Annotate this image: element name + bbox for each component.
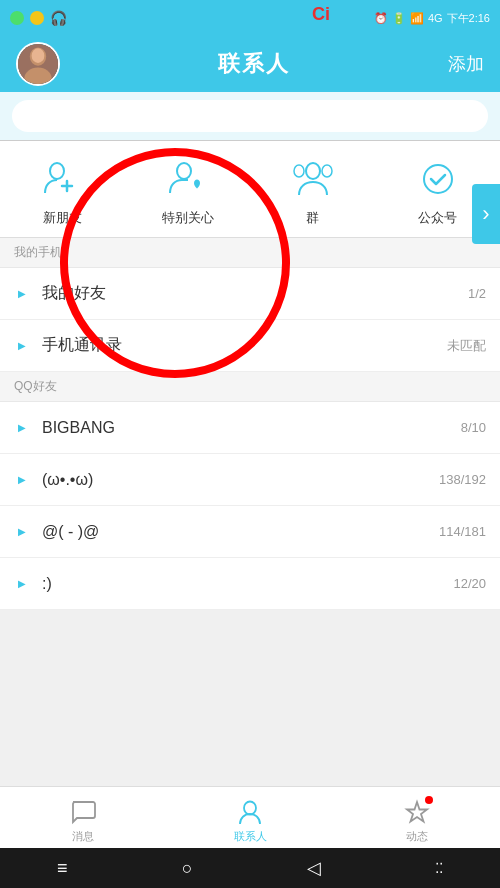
- nav-item-contacts[interactable]: 联系人: [167, 792, 334, 844]
- phonebook-section-label: 我的手机: [14, 245, 62, 259]
- moments-badge: [425, 796, 433, 804]
- alarm-icon: ⏰: [374, 12, 388, 25]
- status-bar-right: ⏰ 🔋 📶 4G 下午2:16: [374, 11, 490, 26]
- groups-icon: [289, 155, 337, 203]
- add-button[interactable]: 添加: [448, 52, 484, 76]
- quick-access-row: 新朋友 特别关心 群: [0, 141, 500, 238]
- contacts-label: 联系人: [234, 829, 267, 844]
- messages-label: 消息: [72, 829, 94, 844]
- svg-point-10: [244, 801, 256, 814]
- special-care-label: 特别关心: [162, 209, 214, 227]
- ci-text-overlay: Ci: [312, 4, 330, 25]
- moments-icon: [403, 798, 431, 826]
- emoji2-count: 114/181: [439, 524, 486, 539]
- groups-label: 群: [306, 209, 319, 227]
- nav-item-messages[interactable]: 消息: [0, 792, 167, 844]
- phonebook-section-header: 我的手机: [0, 238, 500, 268]
- svg-point-9: [424, 165, 452, 193]
- search-input[interactable]: [12, 100, 488, 132]
- arrow-icon-2: [14, 338, 30, 354]
- quick-item-groups[interactable]: 群: [250, 155, 375, 227]
- quick-item-new-friends[interactable]: 新朋友: [0, 155, 125, 227]
- header: 联系人 添加: [0, 36, 500, 92]
- new-friends-icon: [39, 155, 87, 203]
- phone-contacts-count: 未匹配: [447, 337, 486, 355]
- emoji2-name: @( - )@: [42, 523, 439, 541]
- arrow-icon: [14, 286, 30, 302]
- search-arrow-button[interactable]: [472, 184, 500, 244]
- android-dots-button[interactable]: ⁚⁚: [435, 860, 443, 876]
- my-friends-count: 1/2: [468, 286, 486, 301]
- list-item-my-friends[interactable]: 我的好友 1/2: [0, 268, 500, 320]
- avatar[interactable]: [16, 42, 60, 86]
- emoji1-name: (ω•.•ω): [42, 471, 439, 489]
- status-bar: 🎧 ⏰ 🔋 📶 4G 下午2:16: [0, 0, 500, 36]
- arrow-icon-emoji1: [14, 472, 30, 488]
- android-bar: ≡ ○ ◁ ⁚⁚: [0, 848, 500, 888]
- wifi-icon: 📶: [410, 12, 424, 25]
- special-care-icon: [164, 155, 212, 203]
- list-item-bigbang[interactable]: BIGBANG 8/10: [0, 402, 500, 454]
- qq-friends-label: QQ好友: [14, 379, 57, 393]
- list-item-phone-contacts[interactable]: 手机通讯录 未匹配: [0, 320, 500, 372]
- status-bar-left: 🎧: [10, 10, 67, 26]
- svg-point-4: [50, 163, 64, 179]
- signal-icon: 4G: [428, 12, 443, 24]
- bigbang-count: 8/10: [461, 420, 486, 435]
- new-friends-label: 新朋友: [43, 209, 82, 227]
- headphone-icon: 🎧: [50, 10, 67, 26]
- signal-dot-green: [10, 11, 24, 25]
- contacts-icon: [236, 798, 264, 826]
- arrow-icon-emoji2: [14, 524, 30, 540]
- messages-icon: [69, 798, 97, 826]
- search-bar: [0, 92, 500, 141]
- public-label: 公众号: [418, 209, 457, 227]
- list-item-emoji2[interactable]: @( - )@ 114/181: [0, 506, 500, 558]
- quick-item-special-care[interactable]: 特别关心: [125, 155, 250, 227]
- svg-point-8: [322, 165, 332, 177]
- my-friends-name: 我的好友: [42, 283, 468, 304]
- bigbang-name: BIGBANG: [42, 419, 461, 437]
- public-icon: [414, 155, 462, 203]
- signal-dot-yellow: [30, 11, 44, 25]
- bottom-nav: 消息 联系人 动态: [0, 786, 500, 848]
- battery-icon: 🔋: [392, 12, 406, 25]
- arrow-icon-smile: [14, 576, 30, 592]
- emoji1-count: 138/192: [439, 472, 486, 487]
- list-item-emoji1[interactable]: (ω•.•ω) 138/192: [0, 454, 500, 506]
- page-title: 联系人: [218, 49, 290, 79]
- android-back-button[interactable]: ◁: [307, 857, 321, 879]
- smile-count: 12/20: [453, 576, 486, 591]
- svg-point-5: [177, 163, 191, 179]
- avatar-image: [18, 44, 58, 84]
- arrow-icon-bigbang: [14, 420, 30, 436]
- android-home-button[interactable]: ○: [182, 858, 193, 879]
- moments-label: 动态: [406, 829, 428, 844]
- svg-point-6: [306, 163, 320, 179]
- qq-friends-section-header: QQ好友: [0, 372, 500, 402]
- nav-item-moments[interactable]: 动态: [333, 792, 500, 844]
- list-item-smile[interactable]: :) 12/20: [0, 558, 500, 610]
- time-display: 下午2:16: [447, 11, 490, 26]
- android-menu-button[interactable]: ≡: [57, 858, 68, 879]
- smile-name: :): [42, 575, 453, 593]
- svg-point-3: [32, 48, 45, 63]
- svg-point-7: [294, 165, 304, 177]
- phone-contacts-name: 手机通讯录: [42, 335, 447, 356]
